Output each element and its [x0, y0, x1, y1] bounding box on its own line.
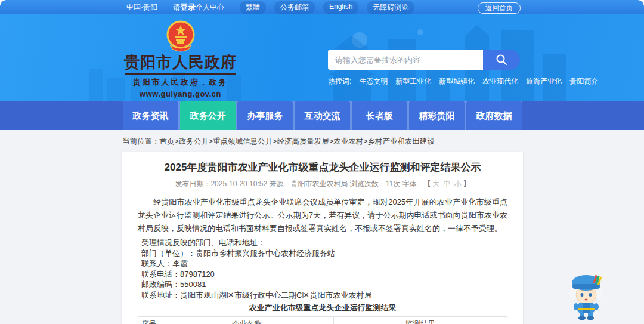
- login-link[interactable]: 请登录个人中心: [173, 2, 224, 13]
- hot-search-word[interactable]: 农业现代化: [482, 76, 518, 87]
- search-area: 热搜词: 生态文明新型工业化新型城镇化农业现代化旅游产业化贵阳简介: [328, 50, 520, 87]
- mascot-assistant[interactable]: [563, 269, 609, 321]
- contact-line: 受理情况反映的部门、电话和地址：: [138, 237, 507, 248]
- table-header-cell: 序号: [138, 317, 160, 324]
- top-utility-bar: 中国·贵阳 请登录个人中心 繁體公务邮箱English无障碍浏览 返回首页: [0, 0, 644, 14]
- table-header-row: 序号企业名称监测结果: [138, 317, 507, 324]
- hot-search-words: 生态文明新型工业化新型城镇化农业现代化旅游产业化贵阳简介: [359, 76, 598, 87]
- font-bracket: 】: [463, 180, 470, 188]
- site-title: 贵阳市人民政府: [122, 54, 239, 70]
- hot-search-word[interactable]: 新型工业化: [395, 76, 431, 87]
- article-meta-text: 发布日期：2025-10-20 10:52 来源：贵阳市农业农村局 浏览次数：1…: [175, 180, 423, 188]
- article-paragraph: 经贵阳市农业产业化市级重点龙头企业联席会议成员单位审定，现对2025年开展的农业…: [138, 196, 507, 235]
- table-caption: 农业产业化市级重点龙头企业运行监测结果: [138, 303, 507, 313]
- hot-search-row: 热搜词: 生态文明新型工业化新型城镇化农业现代化旅游产业化贵阳简介: [328, 76, 520, 87]
- contact-line: 部门（单位）：贵阳市乡村振兴服务中心农村经济服务站: [138, 248, 507, 259]
- logo-divider: [125, 73, 236, 75]
- font-bracket: 【: [424, 180, 431, 188]
- site-subtitle: 贵阳市人民政府．政务: [122, 77, 239, 88]
- font-size-option[interactable]: 大: [433, 180, 440, 188]
- main-navigation: 政务资讯政务公开办事服务互动交流长者版精彩贵阳政府数据: [0, 101, 644, 130]
- nav-items: 政务资讯政务公开办事服务互动交流长者版精彩贵阳政府数据: [123, 101, 522, 130]
- nav-item-2[interactable]: 政务公开: [180, 101, 236, 130]
- article-card: 2025年度贵阳市农业产业化市级重点龙头企业运行监测和评定结果公示 发布日期：2…: [122, 152, 523, 324]
- return-home-button[interactable]: 返回首页: [478, 2, 521, 14]
- site-logo[interactable]: 贵阳市人民政府 贵阳市人民政府．政务 www.guiyang.gov.cn: [122, 19, 239, 98]
- topbar-link[interactable]: 公务邮箱: [274, 1, 315, 14]
- page: 中国·贵阳 请登录个人中心 繁體公务邮箱English无障碍浏览 返回首页: [0, 0, 644, 324]
- hot-search-word[interactable]: 生态文明: [359, 76, 388, 87]
- site-url: www.guiyang.gov.cn: [122, 90, 239, 98]
- search-icon: [495, 53, 508, 66]
- nav-item-3[interactable]: 办事服务: [237, 101, 293, 130]
- contact-line: 联系地址：贵阳市观山湖区市级行政中心二期C区贵阳市农业农村局: [138, 290, 507, 301]
- font-size-controls: 大中小: [431, 180, 463, 188]
- contact-line: 联系人：李霞: [138, 258, 507, 269]
- topbar-link[interactable]: 繁體: [240, 1, 266, 14]
- national-emblem-icon: [164, 19, 197, 53]
- article-body: 经贵阳市农业产业化市级重点龙头企业联席会议成员单位审定，现对2025年开展的农业…: [138, 196, 507, 324]
- article-title: 2025年度贵阳市农业产业化市级重点龙头企业运行监测和评定结果公示: [138, 161, 507, 174]
- nav-item-5[interactable]: 长者版: [352, 101, 407, 130]
- table-header-cell: 监测结果: [334, 317, 507, 324]
- search-input[interactable]: [328, 50, 483, 70]
- search-button[interactable]: [483, 50, 520, 70]
- topbar-quick-links: 繁體公务邮箱English无障碍浏览: [240, 1, 414, 14]
- article-paragraphs: 经贵阳市农业产业化市级重点龙头企业联席会议成员单位审定，现对2025年开展的农业…: [138, 196, 507, 235]
- nav-item-1[interactable]: 政务资讯: [123, 101, 178, 130]
- article-meta: 发布日期：2025-10-20 10:52 来源：贵阳市农业农村局 浏览次数：1…: [138, 179, 507, 189]
- hot-search-word[interactable]: 新型城镇化: [439, 76, 475, 87]
- nav-item-4[interactable]: 互动交流: [295, 101, 350, 130]
- hot-search-label: 热搜词:: [328, 76, 351, 87]
- font-size-option[interactable]: 小: [454, 180, 462, 188]
- hot-search-word[interactable]: 贵阳简介: [569, 76, 598, 87]
- contact-line: 邮政编码：550081: [138, 279, 507, 290]
- monitor-result-table: 序号企业名称监测结果 1贵州合力超市采购有限公司合格2贵州友禾种业有限公司合格3…: [138, 316, 507, 324]
- contact-line: 联系电话：87987120: [138, 269, 507, 280]
- breadcrumb: 当前位置：首页>政务公开>重点领域信息公开>经济高质量发展>农业农村>乡村产业和…: [122, 137, 435, 147]
- topbar-link[interactable]: 无障碍浏览: [367, 1, 414, 14]
- hot-search-word[interactable]: 旅游产业化: [526, 76, 562, 87]
- breadcrumb-path[interactable]: 首页>政务公开>重点领域信息公开>经济高质量发展>农业农村>乡村产业和农田建设: [160, 137, 435, 146]
- region-link[interactable]: 中国·贵阳: [126, 2, 157, 13]
- table-header-cell: 企业名称: [160, 317, 334, 324]
- contact-info-lines: 受理情况反映的部门、电话和地址：部门（单位）：贵阳市乡村振兴服务中心农村经济服务…: [138, 237, 507, 300]
- breadcrumb-label: 当前位置：: [122, 137, 160, 146]
- nav-item-7[interactable]: 政府数据: [466, 101, 522, 130]
- nav-item-6[interactable]: 精彩贵阳: [409, 101, 465, 130]
- site-banner: 贵阳市人民政府 贵阳市人民政府．政务 www.guiyang.gov.cn 热搜…: [0, 14, 644, 101]
- font-size-option[interactable]: 中: [444, 180, 451, 188]
- topbar-link[interactable]: English: [323, 1, 358, 14]
